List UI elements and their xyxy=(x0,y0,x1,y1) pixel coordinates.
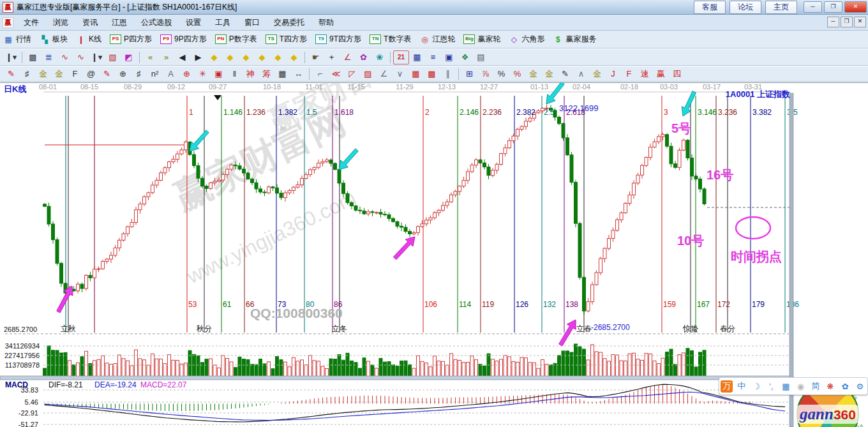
gold-section-1[interactable]: 金 xyxy=(35,67,51,81)
colored-chart-icon[interactable]: ◩ xyxy=(121,50,137,64)
width-tool[interactable]: ↔ xyxy=(290,67,306,81)
ime-settings-icon[interactable]: ⚙ xyxy=(854,380,866,393)
toolbar-item-kline[interactable]: ❙K线 xyxy=(76,34,101,45)
mdi-restore-button[interactable]: ❐ xyxy=(841,17,853,27)
cycle-shape-icon[interactable]: ❀ xyxy=(371,50,387,64)
chips-tool[interactable]: 筹 xyxy=(258,67,274,81)
trend2-icon[interactable]: ∿ xyxy=(73,50,89,64)
percent-red-tool[interactable]: % xyxy=(509,67,525,81)
box-tool[interactable]: ⌐ xyxy=(312,67,328,81)
square-target-tool[interactable]: ▣ xyxy=(211,67,227,81)
red-grid-2-tool[interactable]: ▩ xyxy=(424,67,440,81)
toolbar-item-9p-square[interactable]: P99P四方形 xyxy=(160,34,207,45)
toolbar-item-winner-service[interactable]: $赢家服务 xyxy=(553,34,596,45)
pattern-icon[interactable]: ▩ xyxy=(25,50,41,64)
minimize-button[interactable]: ─ xyxy=(804,1,822,13)
toolbar-item-p-square[interactable]: PSP四方形 xyxy=(110,34,152,45)
ime-chinese-icon[interactable]: 中 xyxy=(735,380,747,393)
menu-gann[interactable]: 江恩 xyxy=(105,15,134,30)
toolbar-item-gann-wheel[interactable]: ◎江恩轮 xyxy=(419,34,455,45)
crosshair-icon[interactable]: + xyxy=(324,50,340,64)
save-icon[interactable]: ▣ xyxy=(441,50,457,64)
mdi-close-button[interactable]: ✕ xyxy=(854,17,866,27)
f-angle-tool[interactable]: F xyxy=(621,67,637,81)
ime-toolbar[interactable]: 万中☽’,▦◉简❋✿⚙ xyxy=(719,377,868,395)
j-angle-tool[interactable]: J xyxy=(605,67,621,81)
spiral-tool[interactable]: @ xyxy=(83,67,99,81)
toolbar-item-sectors[interactable]: ▚板块 xyxy=(40,34,68,45)
hand-icon[interactable]: ☛ xyxy=(308,50,324,64)
forum-button[interactable]: 论坛 xyxy=(730,1,761,14)
gold-line-tool[interactable]: 金 xyxy=(541,67,557,81)
ime-skin-icon[interactable]: ❋ xyxy=(824,380,836,393)
zoom-expand-icon[interactable]: ◆ xyxy=(238,50,254,64)
next-bar-icon[interactable]: ▶ xyxy=(190,50,206,64)
pen-tool-2[interactable]: ✎ xyxy=(99,67,115,81)
menu-news[interactable]: 资讯 xyxy=(75,15,105,30)
close-button[interactable]: ✕ xyxy=(844,1,867,13)
candle-style-dropdown[interactable]: ❙▾ xyxy=(3,50,19,64)
fan-box-tool[interactable]: ◸ xyxy=(344,67,360,81)
angle-a-tool[interactable]: A xyxy=(163,67,179,81)
parallel-tool[interactable]: ‖ xyxy=(227,67,243,81)
zoom-full-icon[interactable]: ◆ xyxy=(286,50,302,64)
diagonal-lines-tool[interactable]: ∥ xyxy=(440,67,456,81)
ime-wanneng-icon[interactable]: 万 xyxy=(721,380,733,393)
pen-tool[interactable]: ✎ xyxy=(3,67,19,81)
fan-tool[interactable]: ≪ xyxy=(328,67,344,81)
service-button[interactable]: 客服 xyxy=(694,1,726,14)
last-bar-icon[interactable]: » xyxy=(158,50,174,64)
box-grid-tool[interactable]: ▦ xyxy=(274,67,290,81)
candle-width-dropdown[interactable]: ❙▾ xyxy=(89,50,105,64)
first-bar-icon[interactable]: « xyxy=(142,50,158,64)
speed-angle-tool[interactable]: 速 xyxy=(637,67,653,81)
ime-simplified-icon[interactable]: 简 xyxy=(809,380,821,393)
pane-splitter[interactable] xyxy=(0,376,793,380)
fib-tool[interactable]: F xyxy=(67,67,83,81)
grid-box-tool[interactable]: ▨ xyxy=(360,67,376,81)
shen-tool[interactable]: 神 xyxy=(243,67,258,81)
notebook-icon[interactable]: ≡ xyxy=(425,50,441,64)
menu-file[interactable]: 文件 xyxy=(17,15,46,30)
angle-line-tool[interactable]: ∠ xyxy=(376,67,392,81)
quote-list-icon[interactable]: ≣ xyxy=(41,50,57,64)
gold-circle-tool[interactable]: 金 xyxy=(525,67,541,81)
peak-tool[interactable]: ∧ xyxy=(573,67,589,81)
toolbar-item-t-number-table[interactable]: TNT数字表 xyxy=(370,34,411,45)
grid-tool-2[interactable]: ♯ xyxy=(131,67,147,81)
fraction-tool[interactable]: ⅞ xyxy=(477,67,493,81)
toolbar-item-t-square[interactable]: TST四方形 xyxy=(266,34,307,45)
macd-indicator-label[interactable]: MACD xyxy=(5,380,28,389)
zoom-out-icon[interactable]: ◆ xyxy=(270,50,286,64)
grid-tool[interactable]: ♯ xyxy=(19,67,35,81)
menu-trade[interactable]: 交易委托 xyxy=(267,15,311,30)
gold-section-2[interactable]: 金 xyxy=(51,67,67,81)
red-grid-tool[interactable]: ▦ xyxy=(408,67,424,81)
menu-formula-stockpick[interactable]: 公式选股 xyxy=(134,15,179,30)
menu-settings[interactable]: 设置 xyxy=(179,15,208,30)
circle-grid-tool[interactable]: ⊕ xyxy=(115,67,131,81)
angle-measure-icon[interactable]: ∠ xyxy=(340,50,355,64)
zoom-left-icon[interactable]: ◆ xyxy=(206,50,222,64)
toolbar-item-hexagon[interactable]: ◇六角形 xyxy=(509,34,544,45)
ime-punct-icon[interactable]: ’, xyxy=(765,380,777,393)
prev-bar-icon[interactable]: ◀ xyxy=(174,50,190,64)
zoom-shrink-icon[interactable]: ◆ xyxy=(254,50,270,64)
trend-icon[interactable]: ∿ xyxy=(57,50,73,64)
gann-grid-icon[interactable]: ▧ xyxy=(105,50,121,64)
ime-theme-icon[interactable]: ✿ xyxy=(839,380,851,393)
square-number-tool[interactable]: n² xyxy=(147,67,163,81)
win-angle-tool[interactable]: 赢 xyxy=(653,67,669,81)
calculator-icon[interactable]: ▦ xyxy=(409,50,425,64)
pencil-tool[interactable]: ✎ xyxy=(557,67,573,81)
menu-tools[interactable]: 工具 xyxy=(208,15,237,30)
ime-halfwidth-icon[interactable]: ☽ xyxy=(750,380,762,393)
menu-help[interactable]: 帮助 xyxy=(311,15,341,30)
toolbar-item-p-number-table[interactable]: PNP数字表 xyxy=(215,34,257,45)
export-icon[interactable]: ❖ xyxy=(457,50,473,64)
toolbar-item-quotes[interactable]: ▦行情 xyxy=(3,34,31,45)
ime-keyboard-icon[interactable]: ▦ xyxy=(780,380,792,393)
gann-shape-icon[interactable]: ✿ xyxy=(355,50,371,64)
four-angle-tool[interactable]: 四 xyxy=(669,67,685,81)
mdi-minimize-button[interactable]: ─ xyxy=(827,17,839,27)
